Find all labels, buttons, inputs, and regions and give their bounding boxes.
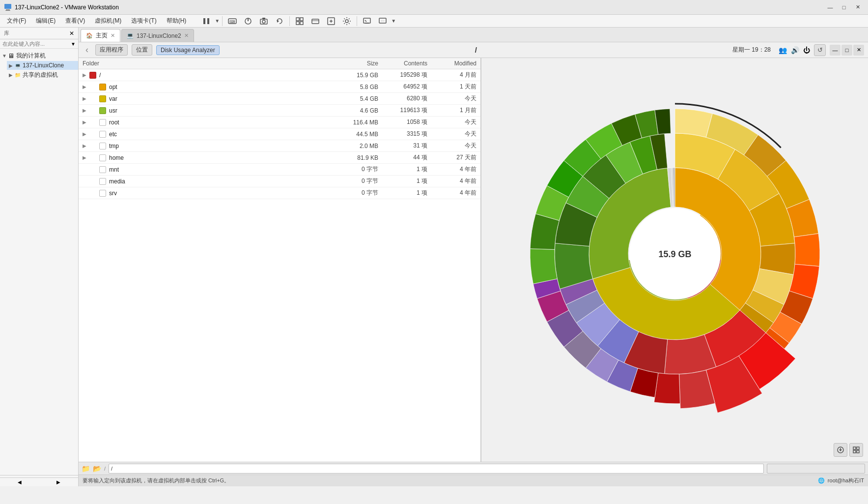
svg-line-24 — [365, 20, 366, 22]
folder-contents: 1058 项 — [378, 118, 427, 126]
menu-help[interactable]: 帮助(H) — [162, 16, 192, 26]
folder-modified: 今天 — [427, 118, 476, 126]
minimize-button[interactable]: — — [824, 2, 837, 12]
expand-icon[interactable]: ▶ — [83, 84, 89, 89]
folder-modified: 今天 — [427, 130, 476, 138]
vm-icon: 💻 — [15, 63, 21, 68]
vm-back-button[interactable]: ‹ — [83, 45, 91, 55]
table-row[interactable]: srv 0 字节 1 项 4 年前 — [79, 187, 480, 199]
tab-home-label: 主页 — [96, 31, 108, 40]
table-row[interactable]: media 0 字节 1 项 4 年前 — [79, 176, 480, 187]
menu-file[interactable]: 文件(F) — [2, 16, 31, 26]
vm-path-folder-icon[interactable]: 📁 — [82, 465, 90, 473]
folder-modified: 今天 — [427, 142, 476, 150]
svg-rect-0 — [4, 4, 11, 9]
chart-export-button[interactable] — [834, 443, 847, 457]
vm-refresh-button[interactable]: ↺ — [814, 44, 826, 56]
tab-vm-close[interactable]: ✕ — [184, 32, 189, 39]
table-row[interactable]: ▶ root 116.4 MB 1058 项 今天 — [79, 117, 480, 128]
folder-contents: 44 项 — [378, 153, 427, 162]
tb-console[interactable] — [360, 14, 374, 28]
vm-win-close[interactable]: ✕ — [853, 45, 864, 56]
menu-edit[interactable]: 编辑(E) — [31, 16, 60, 26]
table-row[interactable]: ▶ home 81.9 KB 44 项 27 天前 — [79, 152, 480, 164]
titlebar: 137-LinuxClone2 - VMware Workstation — □… — [0, 0, 868, 15]
vm-location-button[interactable]: 位置 — [132, 44, 152, 56]
folder-modified: 4 年前 — [427, 189, 476, 197]
col-contents: Contents — [378, 60, 427, 67]
sidebar-search-input[interactable] — [2, 41, 71, 47]
svg-rect-4 — [207, 18, 209, 24]
tb-revert[interactable] — [272, 14, 287, 28]
vm-win-max[interactable]: □ — [841, 45, 852, 56]
folder-size: 0 字节 — [329, 177, 378, 185]
table-row[interactable]: mnt 0 字节 1 项 4 年前 — [79, 164, 480, 176]
folder-size: 5.8 GB — [329, 84, 378, 90]
tb-power[interactable] — [241, 14, 255, 28]
sidebar-scroll-right[interactable]: ▶ — [39, 478, 79, 486]
file-table-body: ▶ / 15.9 GB 195298 项 4 月前 ▶ opt 5.8 GB 6… — [79, 69, 480, 462]
chart-controls — [834, 443, 863, 457]
table-row[interactable]: ▶ / 15.9 GB 195298 项 4 月前 — [79, 69, 480, 81]
table-row[interactable]: ▶ var 5.4 GB 6280 项 今天 — [79, 93, 480, 105]
folder-name: home — [109, 154, 329, 161]
svg-rect-34 — [853, 450, 856, 453]
tb-send-ctrl-alt-del[interactable]: ⌨ — [225, 14, 240, 28]
folder-color-indicator — [99, 143, 106, 149]
vm-win-min[interactable]: — — [830, 45, 840, 56]
folder-name: media — [109, 178, 329, 185]
tb-fullscreen[interactable] — [292, 14, 307, 28]
folder-size: 0 字节 — [329, 189, 378, 197]
vm-disk-analyzer-button[interactable]: Disk Usage Analyzer — [156, 45, 220, 55]
expand-icon[interactable]: ▶ — [83, 143, 89, 148]
sidebar-close-button[interactable]: ✕ — [69, 30, 74, 37]
tb-unity[interactable] — [308, 14, 323, 28]
vm-path-icon2[interactable]: 📂 — [93, 465, 101, 473]
vm-path-input[interactable] — [109, 464, 764, 474]
expand-icon[interactable]: ▶ — [83, 131, 89, 137]
table-row[interactable]: ▶ opt 5.8 GB 64952 项 1 天前 — [79, 81, 480, 93]
vm-network-icon[interactable]: 👥 — [779, 46, 787, 54]
sidebar-search-dropdown[interactable]: ▼ — [71, 41, 76, 47]
expand-icon[interactable]: ▶ — [83, 155, 89, 160]
menu-vm[interactable]: 虚拟机(M) — [90, 16, 126, 26]
tab-home[interactable]: 🏠 主页 ✕ — [81, 29, 120, 42]
table-row[interactable]: ▶ usr 4.6 GB 119613 项 1 月前 — [79, 105, 480, 117]
tb-pause[interactable] — [199, 14, 214, 28]
vm-volume-icon[interactable]: 🔊 — [791, 46, 799, 54]
tab-vm[interactable]: 💻 137-LinuxClone2 ✕ — [121, 29, 194, 42]
sunburst-canvas — [515, 94, 835, 414]
expand-icon: ▶ — [9, 63, 15, 68]
menu-view[interactable]: 查看(V) — [60, 16, 90, 26]
tb-settings[interactable] — [339, 14, 354, 28]
expand-icon[interactable]: ▶ — [83, 72, 89, 78]
tb-snapshot[interactable] — [256, 14, 271, 28]
maximize-button[interactable]: □ — [838, 2, 850, 12]
tab-home-close[interactable]: ✕ — [111, 32, 115, 39]
sidebar-item-my-computer[interactable]: ▼ 🖥 我的计算机 — [0, 51, 78, 61]
vm-power-menu-icon[interactable]: ⏻ — [803, 46, 810, 54]
table-row[interactable]: ▶ tmp 2.0 MB 31 项 今天 — [79, 140, 480, 152]
close-button[interactable]: ✕ — [851, 2, 864, 12]
expand-icon[interactable]: ▶ — [83, 96, 89, 101]
folder-name: srv — [109, 190, 329, 197]
svg-rect-17 — [312, 19, 319, 24]
table-row[interactable]: ▶ etc 44.5 MB 3315 项 今天 — [79, 128, 480, 140]
tb-fit[interactable] — [324, 14, 338, 28]
sidebar-item-shared-vms[interactable]: ▶ 📁 共享的虚拟机 — [7, 70, 78, 80]
svg-rect-33 — [857, 447, 859, 449]
svg-rect-13 — [296, 18, 299, 21]
expand-icon[interactable]: ▶ — [83, 119, 89, 125]
chart-view-button[interactable] — [849, 443, 863, 457]
menu-tabs[interactable]: 选项卡(T) — [126, 16, 161, 26]
tb-more[interactable]: ⋯ — [375, 14, 390, 28]
svg-marker-31 — [839, 449, 842, 451]
folder-color-indicator — [99, 84, 106, 90]
folder-modified: 4 月前 — [427, 71, 476, 79]
sidebar-scroll-left[interactable]: ◀ — [0, 478, 39, 486]
expand-icon[interactable]: ▶ — [83, 108, 89, 113]
sidebar-item-137-linuxclone[interactable]: ▶ 💻 137-LinuxClone — [7, 61, 78, 70]
folder-contents: 195298 项 — [378, 71, 427, 79]
vm-app-button[interactable]: 应用程序 — [95, 44, 128, 56]
folder-name: etc — [109, 131, 329, 138]
